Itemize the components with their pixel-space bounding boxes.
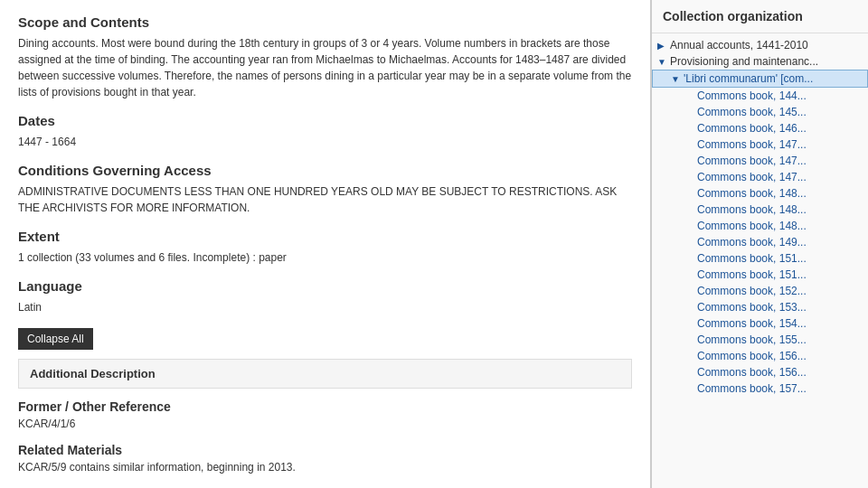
tree-item-17[interactable]: Commons book, 154... [652,315,868,332]
tree-item-21[interactable]: Commons book, 157... [652,380,868,397]
tree-item-3[interactable]: Commons book, 144... [652,88,868,104]
tree-item-8[interactable]: Commons book, 147... [652,169,868,185]
tree-label-16: Commons book, 153... [697,301,807,314]
conditions-body: ADMINISTRATIVE DOCUMENTS LESS THAN ONE H… [18,183,632,216]
tree-label-0: Annual accounts, 1441-2010 [670,39,808,52]
dates-section: Dates 1447 - 1664 [18,113,632,150]
former-ref-title: Former / Other Reference [18,399,632,414]
tree-label-18: Commons book, 155... [697,333,807,346]
tree-label-3: Commons book, 144... [697,89,807,102]
tree-label-2: 'Libri communarum' [com... [684,72,813,85]
tree-label-6: Commons book, 147... [697,138,807,151]
tree-toggle-icon-1: ▼ [657,57,666,67]
tree-label-8: Commons book, 147... [697,171,807,183]
former-ref-body: KCAR/4/1/6 [18,418,632,430]
scope-body: Dining accounts. Most were bound during … [18,35,632,100]
tree-label-14: Commons book, 151... [697,268,807,281]
tree-container[interactable]: ▶Annual accounts, 1441-2010▼Provisioning… [652,33,868,488]
tree-label-13: Commons book, 151... [697,252,807,265]
scope-title: Scope and Contents [18,14,632,30]
tree-item-2[interactable]: ▼'Libri communarum' [com... [652,70,868,88]
tree-toggle-icon-0: ▶ [657,41,666,51]
dates-body: 1447 - 1664 [18,134,632,150]
tree-item-15[interactable]: Commons book, 152... [652,283,868,299]
tree-label-9: Commons book, 148... [697,187,807,200]
main-content: Scope and Contents Dining accounts. Most… [0,0,651,488]
language-title: Language [18,278,632,294]
language-body: Latin [18,299,632,315]
tree-label-20: Commons book, 156... [697,366,807,379]
scope-section: Scope and Contents Dining accounts. Most… [18,14,632,100]
tree-item-4[interactable]: Commons book, 145... [652,104,868,120]
tree-item-13[interactable]: Commons book, 151... [652,250,868,267]
tree-item-14[interactable]: Commons book, 151... [652,267,868,283]
extent-title: Extent [18,229,632,244]
tree-label-11: Commons book, 148... [697,220,807,232]
sidebar-header: Collection organization [652,0,868,33]
related-mat-title: Related Materials [18,443,632,457]
extent-section: Extent 1 collection (33 volumes and 6 fi… [18,229,632,266]
tree-item-18[interactable]: Commons book, 155... [652,332,868,348]
tree-item-16[interactable]: Commons book, 153... [652,299,868,315]
related-materials-section: Related Materials KCAR/5/9 contains simi… [18,443,632,474]
tree-item-11[interactable]: Commons book, 148... [652,218,868,234]
tree-item-6[interactable]: Commons book, 147... [652,136,868,153]
tree-item-9[interactable]: Commons book, 148... [652,185,868,202]
collection-organization-sidebar: Collection organization ▶Annual accounts… [651,0,868,488]
tree-label-1: Provisioning and maintenanc... [670,55,818,68]
tree-item-5[interactable]: Commons book, 146... [652,120,868,136]
tree-label-17: Commons book, 154... [697,317,807,330]
conditions-section: Conditions Governing Access ADMINISTRATI… [18,163,632,216]
tree-item-1[interactable]: ▼Provisioning and maintenanc... [652,53,868,70]
tree-item-10[interactable]: Commons book, 148... [652,202,868,218]
additional-description-header: Additional Description [18,359,632,389]
former-ref-section: Former / Other Reference KCAR/4/1/6 [18,399,632,430]
tree-label-15: Commons book, 152... [697,285,807,297]
tree-item-7[interactable]: Commons book, 147... [652,153,868,169]
tree-label-10: Commons book, 148... [697,203,807,216]
tree-label-19: Commons book, 156... [697,350,807,362]
tree-label-12: Commons book, 149... [697,236,807,249]
extent-body: 1 collection (33 volumes and 6 files. In… [18,249,632,266]
tree-label-4: Commons book, 145... [697,106,807,118]
tree-item-12[interactable]: Commons book, 149... [652,234,868,250]
tree-item-0[interactable]: ▶Annual accounts, 1441-2010 [652,37,868,53]
conditions-title: Conditions Governing Access [18,163,632,178]
tree-item-19[interactable]: Commons book, 156... [652,348,868,364]
tree-item-20[interactable]: Commons book, 156... [652,364,868,380]
tree-label-7: Commons book, 147... [697,155,807,167]
related-mat-body: KCAR/5/9 contains similar information, b… [18,461,632,474]
dates-title: Dates [18,113,632,128]
language-section: Language Latin [18,278,632,315]
tree-label-5: Commons book, 146... [697,122,807,135]
tree-label-21: Commons book, 157... [697,382,807,395]
tree-toggle-icon-2: ▼ [671,74,680,84]
collapse-all-button[interactable]: Collapse All [18,328,93,350]
